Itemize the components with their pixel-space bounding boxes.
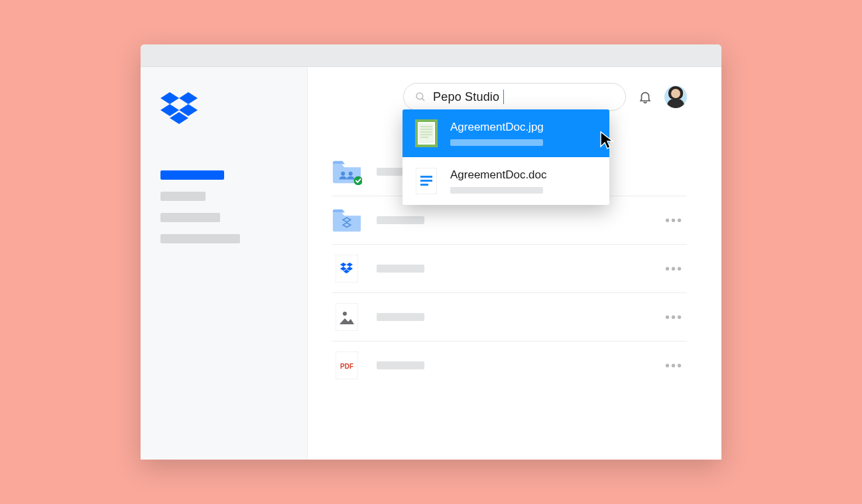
image-file-icon [332, 304, 362, 330]
svg-rect-18 [420, 184, 428, 186]
row-actions-button[interactable]: ••• [665, 358, 687, 373]
svg-point-20 [349, 172, 353, 176]
user-avatar[interactable] [664, 86, 687, 108]
folder-icon [332, 207, 362, 233]
sidebar-item[interactable] [160, 234, 240, 243]
svg-rect-11 [420, 129, 432, 130]
search-result[interactable]: AgreementDoc.doc [402, 157, 609, 205]
sidebar-item-active[interactable] [160, 170, 224, 180]
app-body: Pepo Studio [141, 67, 721, 460]
app-window: Pepo Studio [141, 44, 721, 460]
svg-rect-17 [420, 180, 432, 182]
file-name [377, 265, 424, 273]
search-result-title: AgreementDoc.jpg [450, 121, 544, 134]
search-result-subtitle [450, 139, 543, 146]
bell-icon [638, 90, 652, 104]
svg-rect-13 [420, 134, 432, 135]
dropbox-logo-icon [160, 92, 287, 124]
search-icon [414, 91, 426, 103]
text-caret [503, 90, 504, 104]
svg-text:PDF: PDF [340, 363, 353, 370]
image-file-icon [414, 119, 438, 148]
file-row[interactable]: ••• [332, 245, 687, 293]
svg-point-29 [343, 312, 347, 316]
search-value: Pepo Studio [433, 90, 499, 104]
svg-marker-1 [179, 92, 198, 104]
svg-rect-12 [420, 131, 432, 133]
notifications-button[interactable] [638, 90, 652, 104]
sidebar-nav [160, 170, 287, 243]
svg-point-19 [341, 172, 345, 176]
row-actions-button[interactable]: ••• [665, 310, 687, 325]
topbar: Pepo Studio [403, 83, 687, 111]
sidebar [141, 67, 308, 460]
window-titlebar [141, 44, 721, 67]
file-name [377, 313, 424, 321]
svg-rect-10 [420, 126, 432, 127]
svg-rect-14 [420, 137, 428, 138]
file-row[interactable]: ••• [332, 293, 687, 342]
svg-point-5 [416, 93, 423, 99]
search-result[interactable]: AgreementDoc.jpg [402, 109, 609, 157]
dropbox-file-icon [332, 255, 362, 282]
file-row[interactable]: PDF ••• [332, 342, 687, 389]
search-result-title: AgreementDoc.doc [450, 168, 547, 182]
main-content: Pepo Studio [308, 67, 721, 460]
pdf-file-icon: PDF [332, 352, 362, 379]
search-results-dropdown: AgreementDoc.jpg AgreementD [402, 109, 609, 205]
cursor-icon [599, 131, 615, 151]
row-actions-button[interactable]: ••• [665, 213, 687, 228]
search-input[interactable]: Pepo Studio [403, 83, 626, 111]
svg-marker-0 [160, 92, 179, 104]
svg-line-6 [422, 98, 424, 101]
svg-rect-16 [420, 176, 432, 178]
search-result-subtitle [450, 187, 543, 194]
file-name [377, 216, 424, 224]
shared-folder-icon [332, 158, 362, 185]
row-actions-button[interactable]: ••• [665, 261, 687, 277]
sidebar-item[interactable] [160, 213, 220, 222]
file-name [377, 361, 424, 369]
svg-rect-28 [336, 303, 358, 331]
doc-file-icon [414, 166, 438, 196]
sidebar-item[interactable] [160, 192, 206, 201]
